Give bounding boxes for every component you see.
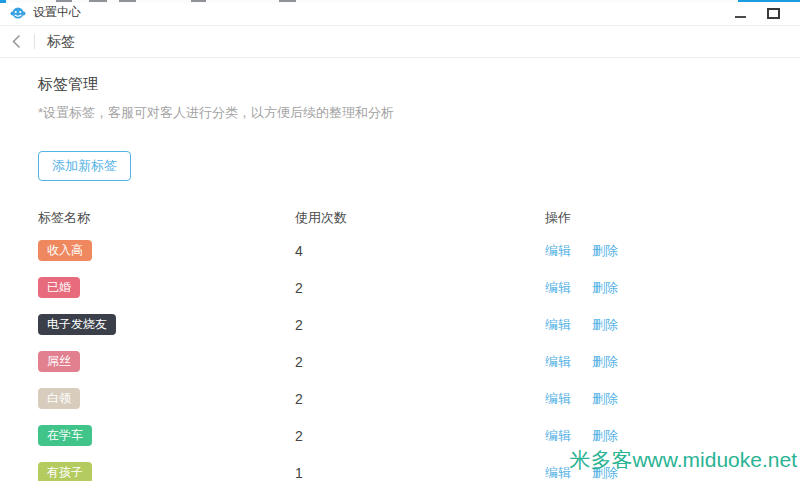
table-row: 白领2编辑删除 xyxy=(38,380,800,417)
app-logo-icon xyxy=(10,6,26,20)
tag-badge: 已婚 xyxy=(38,277,80,298)
tag-badge: 白领 xyxy=(38,388,80,409)
edit-link[interactable]: 编辑 xyxy=(545,316,571,334)
table-row: 已婚2编辑删除 xyxy=(38,269,800,306)
usage-count: 2 xyxy=(295,317,545,333)
edit-link[interactable]: 编辑 xyxy=(545,390,571,408)
delete-link[interactable]: 删除 xyxy=(592,279,618,297)
table-row: 屌丝2编辑删除 xyxy=(38,343,800,380)
usage-count: 2 xyxy=(295,354,545,370)
delete-link[interactable]: 删除 xyxy=(592,390,618,408)
delete-link[interactable]: 删除 xyxy=(592,464,618,481)
page-breadcrumb: 标签 xyxy=(47,33,75,51)
table-row: 在学车2编辑删除 xyxy=(38,417,800,454)
background-window-edge xyxy=(0,0,800,3)
usage-count: 2 xyxy=(295,391,545,407)
page-subtitle: *设置标签，客服可对客人进行分类，以方便后续的整理和分析 xyxy=(38,104,800,122)
edit-link[interactable]: 编辑 xyxy=(545,464,571,481)
table-row: 收入高4编辑删除 xyxy=(38,232,800,269)
delete-link[interactable]: 删除 xyxy=(592,427,618,445)
tag-badge: 在学车 xyxy=(38,425,92,446)
column-header-count: 使用次数 xyxy=(295,209,545,227)
background-window-corner xyxy=(738,0,800,2)
window-title: 设置中心 xyxy=(33,4,81,21)
minimize-button[interactable] xyxy=(735,16,746,18)
edit-link[interactable]: 编辑 xyxy=(545,427,571,445)
delete-link[interactable]: 删除 xyxy=(592,316,618,334)
column-header-name: 标签名称 xyxy=(38,209,295,227)
edit-link[interactable]: 编辑 xyxy=(545,242,571,260)
main-content: 标签管理 *设置标签，客服可对客人进行分类，以方便后续的整理和分析 添加新标签 … xyxy=(0,58,800,481)
background-window-corner xyxy=(0,0,6,3)
usage-count: 1 xyxy=(295,465,545,481)
chevron-left-icon xyxy=(11,34,22,49)
tag-table-rows: 收入高4编辑删除已婚2编辑删除电子发烧友2编辑删除屌丝2编辑删除白领2编辑删除在… xyxy=(38,232,800,481)
maximize-button[interactable] xyxy=(767,8,780,19)
edit-link[interactable]: 编辑 xyxy=(545,353,571,371)
page-title: 标签管理 xyxy=(38,75,800,94)
usage-count: 2 xyxy=(295,428,545,444)
tag-badge: 电子发烧友 xyxy=(38,314,116,335)
usage-count: 2 xyxy=(295,280,545,296)
back-button[interactable] xyxy=(11,34,25,50)
table-header: 标签名称 使用次数 操作 xyxy=(38,204,800,232)
tag-badge: 收入高 xyxy=(38,240,92,261)
tag-badge: 有孩子 xyxy=(38,462,92,481)
add-tag-button[interactable]: 添加新标签 xyxy=(38,151,131,181)
edit-link[interactable]: 编辑 xyxy=(545,279,571,297)
table-row: 电子发烧友2编辑删除 xyxy=(38,306,800,343)
tag-table: 标签名称 使用次数 操作 收入高4编辑删除已婚2编辑删除电子发烧友2编辑删除屌丝… xyxy=(38,204,800,481)
header-divider xyxy=(34,34,35,49)
table-row: 有孩子1编辑删除 xyxy=(38,454,800,481)
usage-count: 4 xyxy=(295,243,545,259)
tag-badge: 屌丝 xyxy=(38,351,80,372)
delete-link[interactable]: 删除 xyxy=(592,242,618,260)
delete-link[interactable]: 删除 xyxy=(592,353,618,371)
column-header-ops: 操作 xyxy=(545,209,800,227)
titlebar: 设置中心 xyxy=(0,0,800,26)
page-header: 标签 xyxy=(0,26,800,58)
